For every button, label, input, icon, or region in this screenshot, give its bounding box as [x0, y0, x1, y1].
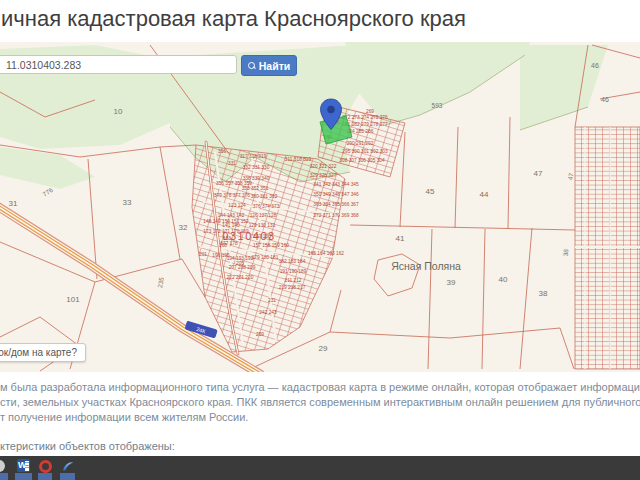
parcel-label: 29 — [319, 344, 328, 353]
taskbar-underline — [15, 473, 32, 480]
search-icon — [248, 62, 255, 69]
parcel-boundary — [428, 229, 432, 369]
lot-number: 126 127 128 — [250, 213, 277, 218]
lot-number: 191 190 189 — [280, 269, 307, 274]
parcel-label: 45 — [426, 187, 435, 196]
word-app-icon[interactable]: W — [17, 459, 30, 472]
body-text-line: т получение информации всем жителям Росс… — [0, 411, 248, 423]
parcel-boundary — [520, 228, 532, 369]
lot-number: 219 218 217 — [279, 285, 306, 290]
lot-number: 222 221 220 — [227, 275, 254, 280]
parcel-boundary — [508, 117, 510, 229]
lot-number: 331 — [228, 161, 236, 166]
parcel-label: 41 — [396, 234, 405, 243]
lot-number: 157 158 159 160 — [253, 243, 289, 248]
parcel-label: 44 — [480, 190, 489, 199]
lot-number: 144 143 142 — [218, 213, 245, 218]
lot-number: 201 — [199, 252, 207, 257]
lot-number: 311 318 319 — [285, 157, 312, 162]
lot-number: 379 378 377 376 — [214, 193, 250, 198]
parcel-boundary — [482, 229, 485, 369]
lot-number: 317 318 319 — [240, 154, 267, 159]
lot-number: 231 — [268, 298, 276, 303]
find-button[interactable]: Найти — [241, 55, 297, 76]
parcel-label: 101 — [66, 295, 80, 304]
page-title: ичная кадастровая карта Красноярского кр… — [1, 6, 466, 32]
lot-number: 376 374 373 — [253, 204, 280, 209]
lot-number: 341 342 343 344 345 — [313, 182, 359, 187]
forest-area — [520, 45, 608, 130]
taskbar: W — [0, 456, 640, 480]
lot-number: 320 321 322 — [310, 164, 337, 169]
parcel-label: 46 — [591, 62, 599, 69]
lot-number: 272 273 274 275 276 — [342, 115, 388, 120]
parcel-label: 47 — [534, 169, 543, 178]
parcel-label: 40 — [499, 275, 508, 284]
lot-number: 372 371 370 369 368 — [313, 213, 359, 218]
parcel-label: 47 — [566, 172, 574, 181]
lot-number: 350 349 348 347 346 — [313, 192, 359, 197]
parcel-label: 46 — [601, 96, 609, 103]
lot-number: 179 180 181 — [252, 255, 279, 260]
lot-number: 332 331 330 — [243, 165, 270, 170]
lot-number: 329 328 327 — [310, 173, 337, 178]
parcel-label: 593 — [432, 102, 443, 109]
lot-number: 182 183 184 — [279, 259, 306, 264]
parcel-boundary — [330, 290, 341, 332]
search-input[interactable] — [0, 55, 237, 74]
lot-number: 295 300 301 302 303 — [342, 149, 388, 154]
body-text-line: сти, земельных участках Красноярского кр… — [0, 396, 640, 408]
place-name-label: Ясная Поляна — [391, 260, 461, 272]
lot-number: 123 124 — [228, 203, 246, 208]
footer-heading: ктеристики объектов отображены: — [0, 440, 175, 452]
lot-number: 242 243 — [259, 310, 277, 315]
parcel-label: 31 — [9, 199, 18, 208]
parcel-label: 235 — [156, 276, 165, 288]
lot-number: 356 357 358 359 — [216, 181, 252, 186]
parcel-label: 38 — [562, 248, 570, 256]
lot-number: 173 172 171 170 169 — [203, 229, 249, 234]
lot-number: 269 — [366, 109, 374, 114]
lot-number: 353 352 351 — [242, 186, 269, 191]
parcel-label: 33 — [123, 198, 132, 207]
lot-number: 211 212 — [285, 278, 302, 283]
lot-number: 316 — [218, 149, 226, 154]
lot-number: 137 136 — [253, 234, 271, 239]
lot-number: 129 130 131 — [249, 223, 276, 228]
lot-number: 207 208 209 — [229, 265, 256, 270]
lot-number: 308 307 306 305 304 — [339, 158, 385, 163]
map-tooltip-button[interactable]: участок/дом на карте? — [0, 343, 86, 362]
word-doc-glyph — [25, 461, 30, 471]
lot-number: 259 — [256, 332, 264, 337]
parcel-label: 39 — [447, 278, 456, 287]
lot-number: 290 291 292 — [347, 141, 374, 146]
opera-app-icon[interactable] — [39, 460, 52, 473]
parcel-label: 776 — [41, 186, 54, 198]
partial-app-icon[interactable] — [0, 460, 5, 472]
lot-number: 177 178 — [220, 241, 238, 246]
map-container[interactable]: 24К0310403Ясная Поляна269272 273 274 275… — [0, 42, 640, 372]
body-text-line: м была разработала информационного типа … — [0, 381, 640, 393]
forest-area — [0, 147, 95, 189]
parcel-label: 10 — [114, 107, 123, 116]
parcel-boundary — [350, 225, 575, 230]
parcel-label: 32 — [179, 223, 188, 232]
lot-number: 165 164 163 162 — [308, 251, 344, 256]
swoosh-app-icon[interactable] — [61, 459, 74, 472]
parcel-boundary — [455, 127, 458, 228]
parcel-boundary — [250, 328, 574, 369]
screen: 24К0310403Ясная Поляна269272 273 274 275… — [0, 0, 640, 480]
taskbar-underline — [60, 473, 75, 480]
taskbar-underline — [0, 473, 8, 480]
map-svg[interactable]: 24К0310403Ясная Поляна269272 273 274 275… — [0, 42, 640, 372]
find-button-label: Найти — [259, 60, 290, 72]
lot-number: 360 361 362 — [251, 194, 278, 199]
lot-number: 148 149 150 151 152 — [203, 219, 249, 224]
taskbar-underline — [38, 473, 52, 480]
parcel-label: 38 — [539, 289, 548, 298]
lot-number: 363 364 365 366 367 — [313, 202, 359, 207]
parcel-boundary — [400, 132, 405, 227]
parcel-boundary — [160, 147, 180, 259]
